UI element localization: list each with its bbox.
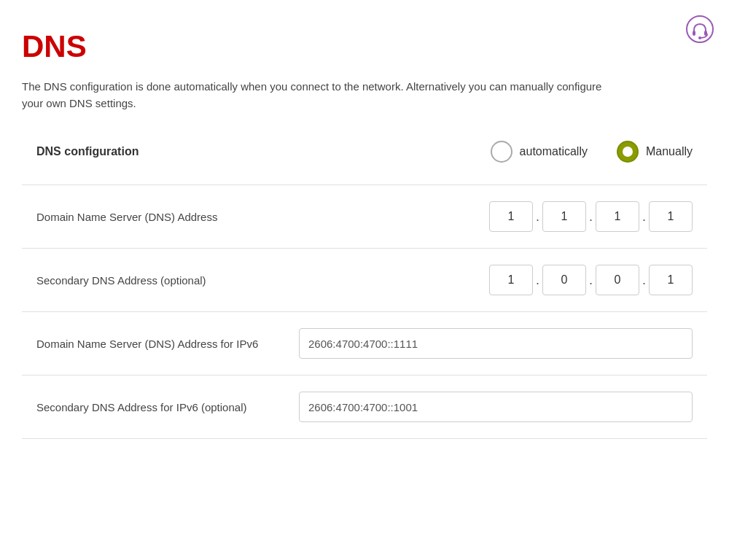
radio-options: automatically Manually xyxy=(491,141,693,163)
form-section: Domain Name Server (DNS) Address . . . S… xyxy=(22,184,707,439)
page-description: The DNS configuration is done automatica… xyxy=(22,79,620,112)
radio-manually[interactable]: Manually xyxy=(617,141,693,163)
ip-dot-3: . xyxy=(639,209,649,225)
dns-primary-octet-4[interactable] xyxy=(649,201,693,232)
dns-ipv6-secondary-input[interactable] xyxy=(299,392,693,422)
dns-primary-label: Domain Name Server (DNS) Address xyxy=(36,209,270,225)
dns-ipv6-secondary-row: Secondary DNS Address for IPv6 (optional… xyxy=(22,376,707,439)
ip-dot-1: . xyxy=(533,209,542,225)
dns-primary-ip-inputs: . . . xyxy=(489,201,693,232)
dns-configuration-row: DNS configuration automatically Manually xyxy=(22,141,707,163)
radio-automatically[interactable]: automatically xyxy=(491,141,588,163)
dns-ipv6-primary-input[interactable] xyxy=(299,328,693,359)
dns-secondary-octet-1[interactable] xyxy=(489,265,533,295)
dns-secondary-octet-3[interactable] xyxy=(596,265,639,295)
support-icon[interactable] xyxy=(685,15,714,44)
dns-primary-octet-2[interactable] xyxy=(542,201,586,232)
page-title: DNS xyxy=(22,29,707,64)
dns-ipv6-primary-label: Domain Name Server (DNS) Address for IPv… xyxy=(36,336,270,351)
radio-label-manually: Manually xyxy=(646,145,693,158)
dns-secondary-row: Secondary DNS Address (optional) . . . xyxy=(22,249,707,312)
dns-primary-octet-1[interactable] xyxy=(489,201,533,232)
dns-ipv6-secondary-label: Secondary DNS Address for IPv6 (optional… xyxy=(36,400,270,415)
radio-circle-automatically xyxy=(491,141,512,163)
ip-dot-2: . xyxy=(586,209,596,225)
dns-secondary-octet-2[interactable] xyxy=(542,265,586,295)
dns-secondary-ip-inputs: . . . xyxy=(489,265,693,295)
dns-primary-octet-3[interactable] xyxy=(596,201,639,232)
dns-ipv6-primary-row: Domain Name Server (DNS) Address for IPv… xyxy=(22,312,707,376)
dns-config-label: DNS configuration xyxy=(36,145,226,158)
dns-secondary-label: Secondary DNS Address (optional) xyxy=(36,273,270,288)
ip-dot-4: . xyxy=(533,273,542,288)
radio-label-automatically: automatically xyxy=(520,145,588,158)
svg-rect-1 xyxy=(693,31,695,36)
dns-primary-row: Domain Name Server (DNS) Address . . . xyxy=(22,184,707,249)
svg-point-3 xyxy=(698,36,701,39)
radio-circle-manually xyxy=(617,141,639,163)
ip-dot-6: . xyxy=(639,273,649,288)
ip-dot-5: . xyxy=(586,273,596,288)
dns-secondary-octet-4[interactable] xyxy=(649,265,693,295)
